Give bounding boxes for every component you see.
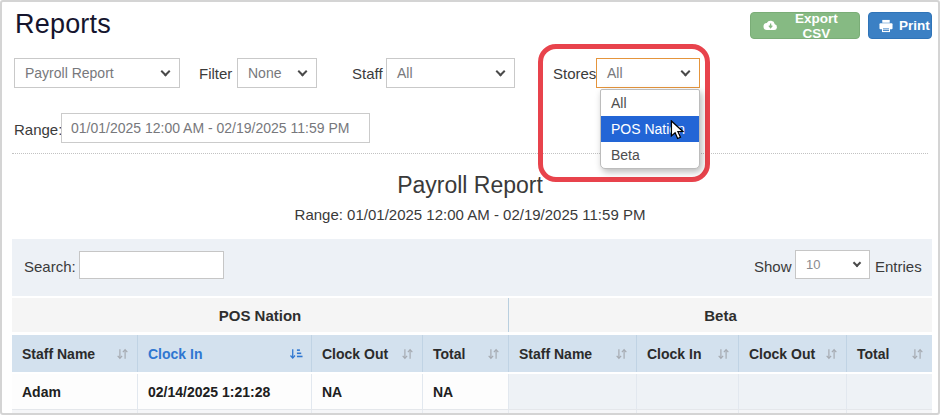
sort-both-icon — [825, 348, 838, 360]
search-label: Search: — [24, 258, 76, 275]
printer-icon — [879, 19, 893, 33]
sort-both-icon — [116, 348, 129, 360]
report-title: Payroll Report — [2, 172, 938, 199]
chevron-down-icon — [853, 259, 861, 267]
stores-option-beta[interactable]: Beta — [601, 142, 699, 168]
chevron-down-icon — [681, 67, 691, 77]
table-group-pos-nation: POS Nation — [12, 298, 509, 332]
divider — [12, 153, 928, 154]
chevron-down-icon — [161, 67, 171, 77]
sort-both-icon — [911, 348, 924, 360]
cell-clock-in-pos: 02/14/2025 1:21:28 — [138, 374, 312, 409]
range-label: Range: — [14, 121, 62, 138]
cell-clock-in-beta — [637, 374, 739, 409]
report-range-subtitle: Range: 01/01/2025 12:00 AM - 02/19/2025 … — [2, 206, 938, 223]
reports-page: Reports Export CSV Print Payroll Report … — [0, 0, 940, 415]
mouse-cursor-icon — [670, 120, 687, 144]
chevron-down-icon — [298, 67, 308, 77]
staff-label: Staff — [352, 65, 383, 82]
search-input[interactable] — [79, 251, 224, 279]
table-toolbar: Search: Show 10 Entries — [12, 239, 932, 296]
cell-clock-out-beta — [739, 374, 847, 409]
table-row: Adam 02/14/2025 1:21:28 NA NA — [12, 374, 932, 409]
sort-both-icon — [615, 348, 628, 360]
print-button[interactable]: Print — [868, 12, 932, 39]
sort-both-icon — [487, 348, 500, 360]
report-type-select[interactable]: Payroll Report — [14, 58, 180, 88]
table-group-beta: Beta — [509, 298, 932, 332]
cell-clock-out-pos: NA — [312, 374, 423, 409]
report-type-value: Payroll Report — [25, 65, 114, 81]
print-label: Print — [899, 18, 930, 33]
column-header-clock-out-beta[interactable]: Clock Out — [739, 335, 847, 372]
staff-value: All — [397, 65, 413, 81]
page-title: Reports — [15, 9, 111, 40]
table-header-row: Staff Name Clock In Clock Out Total Staf… — [12, 335, 932, 372]
column-header-total-beta[interactable]: Total — [847, 335, 932, 372]
cloud-download-icon — [761, 19, 778, 32]
column-header-clock-in-beta[interactable]: Clock In — [637, 335, 739, 372]
stores-label: Stores — [553, 65, 596, 82]
export-csv-label: Export CSV — [784, 11, 849, 41]
export-csv-button[interactable]: Export CSV — [750, 12, 860, 39]
filter-select[interactable]: None — [237, 58, 317, 88]
range-input[interactable] — [61, 113, 370, 143]
column-header-clock-in-pos[interactable]: Clock In — [138, 335, 312, 372]
show-label: Show — [754, 258, 792, 275]
column-header-staff-name-pos[interactable]: Staff Name — [12, 335, 138, 372]
column-header-staff-name-beta[interactable]: Staff Name — [509, 335, 637, 372]
sort-desc-icon — [289, 348, 303, 360]
payroll-table: POS Nation Beta Staff Name Clock In Cloc… — [12, 298, 932, 415]
stores-option-all[interactable]: All — [601, 90, 699, 116]
filter-value: None — [248, 65, 281, 81]
chevron-down-icon — [496, 67, 506, 77]
staff-select[interactable]: All — [386, 58, 515, 88]
page-size-value: 10 — [806, 257, 820, 272]
next-row-partial — [12, 409, 932, 415]
column-header-clock-out-pos[interactable]: Clock Out — [312, 335, 423, 372]
cell-total-beta — [847, 374, 932, 409]
stores-select[interactable]: All — [596, 58, 700, 88]
filter-label: Filter — [199, 65, 232, 82]
page-size-select[interactable]: 10 — [795, 250, 870, 279]
stores-value: All — [607, 65, 623, 81]
cell-total-pos: NA — [423, 374, 509, 409]
cell-staff-name-beta — [509, 374, 637, 409]
cell-staff-name-pos: Adam — [12, 374, 138, 409]
entries-label: Entries — [875, 258, 922, 275]
table-group-header-row: POS Nation Beta — [12, 298, 932, 332]
sort-both-icon — [401, 348, 414, 360]
column-header-total-pos[interactable]: Total — [423, 335, 509, 372]
sort-both-icon — [717, 348, 730, 360]
